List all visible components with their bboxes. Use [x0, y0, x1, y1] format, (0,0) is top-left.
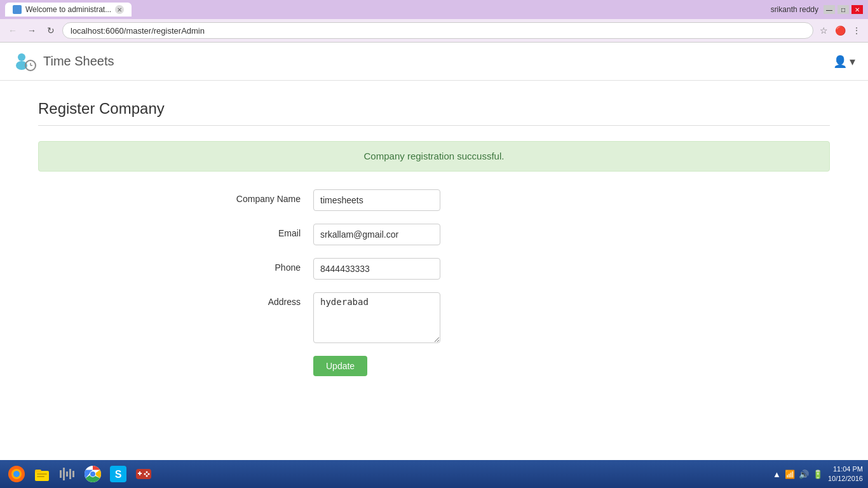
phone-group: Phone — [212, 258, 656, 280]
svg-point-26 — [148, 473, 150, 475]
svg-rect-24 — [139, 471, 140, 475]
bookmark-icon[interactable]: ☆ — [817, 24, 830, 37]
clock-time: 11:04 PM — [828, 464, 863, 474]
svg-point-28 — [146, 475, 148, 477]
toolbar-icons: ☆ 🔴 ⋮ — [817, 24, 863, 37]
taskbar-firefox-icon[interactable] — [5, 463, 28, 485]
email-group: Email — [212, 224, 656, 245]
extensions-icon[interactable]: 🔴 — [834, 24, 846, 37]
tab-close-button[interactable]: ✕ — [115, 5, 124, 14]
chevron-up-icon[interactable]: ▲ — [773, 470, 781, 479]
close-button[interactable]: ✕ — [851, 5, 863, 14]
window-controls: — □ ✕ — [824, 5, 863, 14]
svg-point-0 — [18, 53, 25, 61]
svg-point-19 — [90, 471, 95, 477]
browser-chrome: Welcome to administrat... ✕ srikanth red… — [0, 0, 868, 43]
svg-rect-10 — [37, 473, 47, 475]
logo-svg — [13, 49, 38, 74]
title-divider — [38, 125, 830, 126]
tab-area: Welcome to administrat... ✕ — [5, 3, 771, 17]
browser-tab[interactable]: Welcome to administrat... ✕ — [5, 3, 132, 17]
taskbar-right: ▲ 📶 🔊 🔋 11:04 PM 10/12/2016 — [773, 464, 863, 484]
taskbar-audio-icon[interactable] — [56, 463, 79, 485]
back-button[interactable]: ← — [5, 23, 20, 38]
success-banner: Company registration succussful. — [38, 141, 830, 172]
email-label: Email — [212, 224, 313, 238]
svg-rect-14 — [66, 471, 68, 477]
taskbar: S ▲ 📶 🔊 🔋 11:04 PM 10/12/2016 — [0, 460, 868, 488]
app-logo: Time Sheets — [13, 49, 114, 74]
company-name-input[interactable] — [313, 189, 440, 211]
update-button[interactable]: Update — [313, 356, 367, 376]
clock-date: 10/12/2016 — [828, 474, 863, 484]
taskbar-chrome-icon[interactable] — [81, 463, 104, 485]
svg-point-25 — [146, 471, 148, 473]
company-name-group: Company Name — [212, 189, 656, 211]
tab-favicon — [13, 5, 22, 14]
browser-user-label: srikanth reddy — [771, 5, 818, 14]
header-user-menu[interactable]: 👤 ▾ — [833, 55, 855, 69]
page-title: Register Company — [38, 100, 830, 118]
address-group: Address — [212, 292, 656, 343]
app-header: Time Sheets 👤 ▾ — [0, 43, 868, 81]
address-input[interactable] — [313, 292, 440, 343]
svg-rect-15 — [69, 469, 71, 479]
address-bar-row: ← → ↻ ☆ 🔴 ⋮ — [0, 19, 868, 42]
network-icon[interactable]: 📶 — [785, 470, 795, 479]
maximize-button[interactable]: □ — [837, 5, 849, 14]
menu-icon[interactable]: ⋮ — [850, 24, 863, 37]
forward-button[interactable]: → — [24, 23, 39, 38]
refresh-button[interactable]: ↻ — [43, 23, 58, 38]
address-label: Address — [212, 292, 313, 307]
svg-rect-9 — [35, 470, 41, 473]
phone-label: Phone — [212, 258, 313, 273]
user-icon: 👤 — [833, 55, 847, 69]
svg-text:S: S — [115, 469, 122, 480]
svg-point-27 — [144, 473, 146, 475]
svg-point-7 — [13, 471, 20, 477]
taskbar-files-icon[interactable] — [31, 463, 53, 485]
taskbar-game-icon[interactable] — [132, 463, 155, 485]
taskbar-left: S — [5, 463, 155, 485]
user-dropdown-arrow: ▾ — [850, 55, 855, 69]
taskbar-skype-icon[interactable]: S — [107, 463, 130, 485]
svg-rect-16 — [72, 471, 74, 477]
svg-rect-11 — [37, 476, 44, 477]
main-content: Register Company Company registration su… — [0, 81, 868, 395]
title-bar: Welcome to administrat... ✕ srikanth red… — [0, 0, 868, 19]
volume-icon[interactable]: 🔊 — [799, 470, 809, 479]
address-bar-input[interactable] — [62, 22, 813, 39]
clock[interactable]: 11:04 PM 10/12/2016 — [828, 464, 863, 484]
svg-rect-12 — [60, 470, 62, 478]
email-input[interactable] — [313, 224, 440, 245]
company-name-label: Company Name — [212, 189, 313, 204]
svg-rect-13 — [63, 468, 65, 480]
battery-icon[interactable]: 🔋 — [813, 470, 823, 479]
system-icons: ▲ 📶 🔊 🔋 — [773, 470, 823, 479]
phone-input[interactable] — [313, 258, 440, 280]
tab-title: Welcome to administrat... — [25, 5, 111, 14]
minimize-button[interactable]: — — [824, 5, 835, 14]
success-message: Company registration succussful. — [364, 151, 505, 161]
app-title: Time Sheets — [43, 54, 114, 69]
register-company-form: Company Name Email Phone Address Update — [212, 189, 656, 376]
